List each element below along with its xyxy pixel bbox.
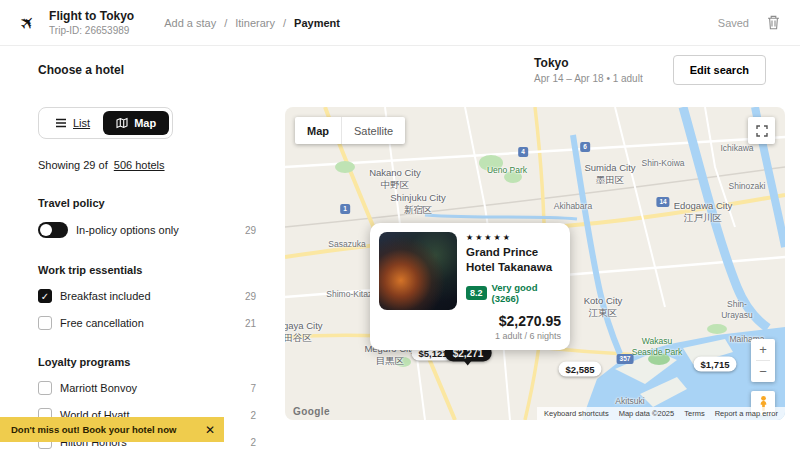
zoom-out-button[interactable]: −: [759, 361, 767, 382]
edit-search-button[interactable]: Edit search: [673, 55, 766, 85]
keyboard-shortcuts-link[interactable]: Keyboard shortcuts: [544, 409, 609, 418]
report-map-error-link[interactable]: Report a map error: [715, 409, 778, 418]
promo-text: Don't miss out! Book your hotel now: [11, 424, 176, 435]
filter-free-cancellation[interactable]: Free cancellation 21: [38, 316, 256, 330]
checkbox[interactable]: [38, 381, 52, 395]
breadcrumb-separator: /: [283, 17, 286, 29]
trash-icon: [767, 15, 780, 30]
fullscreen-button[interactable]: [748, 117, 775, 144]
in-policy-label: In-policy options only: [76, 224, 179, 236]
route-badge: 6: [580, 142, 590, 152]
route-badge: 1: [340, 204, 350, 214]
results-count: Showing 29 of 506 hotels: [38, 159, 256, 171]
trip-title: Flight to Tokyo: [49, 9, 134, 23]
airline-plane-icon: ✈: [14, 9, 40, 35]
map-type-control: Map Satellite: [295, 117, 405, 144]
map-type-map-button[interactable]: Map: [295, 117, 341, 144]
section-travel-policy: Travel policy: [38, 197, 256, 209]
rating-label: Very good (3266): [492, 282, 561, 304]
breadcrumb: Add a stay / Itinerary / Payment: [164, 17, 340, 29]
breadcrumb-itinerary[interactable]: Itinerary: [235, 17, 275, 29]
filter-count: 21: [245, 318, 256, 329]
zoom-control: + −: [751, 339, 775, 382]
map-type-satellite-button[interactable]: Satellite: [342, 117, 405, 144]
results-total-link[interactable]: 506 hotels: [114, 159, 165, 171]
saved-status: Saved: [718, 17, 749, 29]
search-summary: Tokyo Apr 14 – Apr 18 • 1 adult: [534, 56, 643, 84]
page-title: Choose a hotel: [38, 55, 124, 77]
filter-label: Breakfast included: [60, 290, 151, 302]
map-data-label: Map data ©2025: [619, 409, 675, 418]
view-toggle: List Map: [38, 107, 173, 139]
hotel-photo: [379, 232, 457, 310]
toggle-knob: [40, 224, 52, 236]
filter-count: 7: [250, 383, 256, 394]
route-badge: 357: [617, 354, 634, 364]
map-canvas[interactable]: Nakano City 中野区 Shinjuku City 新宿区 Sumida…: [285, 107, 785, 420]
filter-marriott-bonvoy[interactable]: Marriott Bonvoy 7: [38, 381, 256, 395]
top-header: ✈ Flight to Tokyo Trip-ID: 26653989 Add …: [0, 0, 800, 46]
date-guest-summary: Apr 14 – Apr 18 • 1 adult: [534, 73, 643, 84]
breadcrumb-add-a-stay[interactable]: Add a stay: [164, 17, 216, 29]
hotel-price: $2,270.95: [379, 313, 561, 329]
hotel-name: Grand Prince Hotel Takanawa: [466, 245, 561, 275]
route-badge: 4: [518, 147, 528, 157]
map-attribution: Keyboard shortcuts Map data ©2025 Terms …: [537, 407, 785, 420]
filter-in-policy[interactable]: In-policy options only 29: [38, 222, 256, 238]
map-view-button[interactable]: Map: [103, 111, 169, 135]
map-view-label: Map: [134, 117, 156, 129]
section-work-trip: Work trip essentials: [38, 264, 256, 276]
filter-label: Marriott Bonvoy: [60, 382, 137, 394]
price-marker[interactable]: $1,715: [693, 357, 736, 372]
checkbox[interactable]: [38, 316, 52, 330]
section-loyalty: Loyalty programs: [38, 356, 256, 368]
trip-info: Flight to Tokyo Trip-ID: 26653989: [49, 9, 134, 36]
hotel-stay-details: 1 adult / 6 nights: [379, 331, 561, 341]
promo-close-button[interactable]: ✕: [205, 423, 215, 437]
breadcrumb-separator: /: [224, 17, 227, 29]
list-icon: [55, 118, 67, 128]
in-policy-count: 29: [245, 225, 256, 236]
list-view-label: List: [73, 117, 90, 129]
destination: Tokyo: [534, 56, 643, 70]
filter-breakfast-included[interactable]: ✓ Breakfast included 29: [38, 289, 256, 303]
delete-trip-button[interactable]: [767, 15, 780, 30]
filter-count: 2: [250, 437, 256, 448]
google-logo: Google: [293, 406, 330, 417]
results-prefix: Showing 29 of: [38, 159, 108, 171]
terms-link[interactable]: Terms: [684, 409, 704, 418]
rating-badge: 8.2: [466, 286, 487, 300]
hotel-stars: ★★★★★: [466, 233, 561, 242]
filter-count: 29: [245, 291, 256, 302]
breadcrumb-payment[interactable]: Payment: [294, 17, 340, 29]
route-badge: 14: [656, 197, 669, 207]
trip-id: Trip-ID: 26653989: [49, 25, 134, 36]
promo-banner: Don't miss out! Book your hotel now ✕: [0, 417, 224, 442]
fullscreen-icon: [756, 125, 768, 137]
filter-label: Free cancellation: [60, 317, 144, 329]
hotel-popup-card[interactable]: ★★★★★ Grand Prince Hotel Takanawa 8.2 Ve…: [370, 223, 570, 350]
zoom-in-button[interactable]: +: [759, 339, 767, 360]
price-marker[interactable]: $2,585: [558, 362, 601, 377]
map-icon: [116, 117, 128, 129]
list-view-button[interactable]: List: [42, 111, 103, 135]
filter-count: 2: [250, 410, 256, 421]
subheader: Choose a hotel Tokyo Apr 14 – Apr 18 • 1…: [38, 55, 766, 85]
filters-sidebar: List Map Showing 29 of 506 hotels Travel…: [38, 107, 256, 449]
in-policy-toggle[interactable]: [38, 222, 68, 238]
checkbox-checked[interactable]: ✓: [38, 289, 52, 303]
